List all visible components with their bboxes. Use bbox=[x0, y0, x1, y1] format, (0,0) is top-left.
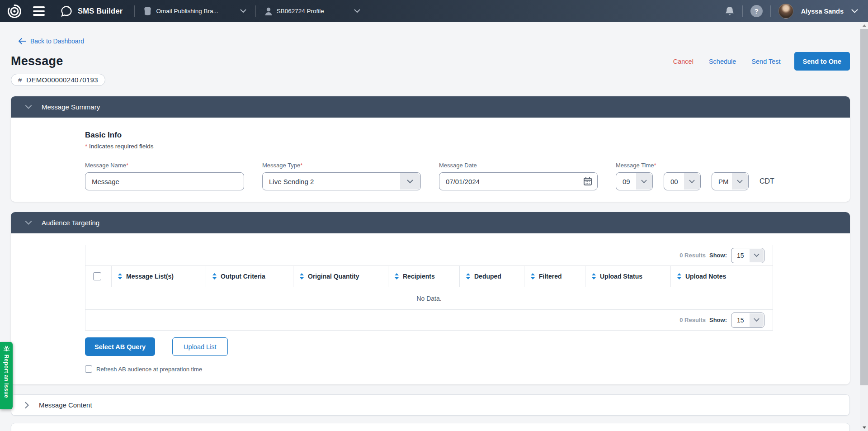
message-content-panel[interactable]: Message Content bbox=[11, 394, 850, 416]
calendar-icon[interactable] bbox=[583, 176, 592, 188]
chevron-down-icon bbox=[750, 313, 764, 327]
required-asterisk: * bbox=[85, 143, 87, 150]
message-date-input[interactable] bbox=[439, 172, 598, 190]
table-header-row: Message List(s) Output Criteria Original… bbox=[85, 265, 773, 287]
schedule-button[interactable]: Schedule bbox=[701, 58, 744, 65]
chevron-down-icon bbox=[750, 249, 764, 262]
sort-icon bbox=[591, 273, 596, 280]
message-type-field: Message Type* Live Sending 2 bbox=[262, 162, 421, 190]
page-size-select[interactable]: 15 bbox=[731, 313, 764, 328]
select-all-checkbox[interactable] bbox=[93, 272, 101, 280]
brand-selector-dropdown[interactable]: Omail Publishing Bra... bbox=[135, 6, 255, 16]
message-id-value: DEMO0000024070193 bbox=[26, 76, 98, 84]
column-header-empty bbox=[752, 266, 773, 287]
show-label: Show: bbox=[709, 317, 727, 323]
scroll-up-arrow[interactable] bbox=[860, 22, 868, 29]
minute-value: 00 bbox=[670, 178, 678, 185]
column-header-output-criteria[interactable]: Output Criteria bbox=[206, 266, 293, 287]
vertical-scrollbar bbox=[860, 22, 868, 431]
profile-selector-label: SB062724 Profile bbox=[277, 8, 324, 14]
refresh-ab-audience-row: Refresh AB audience at preparation time bbox=[85, 365, 832, 373]
required-note-text: Indicates required fields bbox=[89, 143, 154, 150]
notifications-bell-icon[interactable] bbox=[725, 6, 735, 17]
chevron-down-icon bbox=[684, 173, 700, 189]
meridiem-value: PM bbox=[718, 178, 729, 185]
help-icon[interactable]: ? bbox=[750, 5, 763, 17]
logo-glyph bbox=[6, 3, 23, 19]
next-panel-edge bbox=[11, 423, 850, 431]
timezone-label: CDT bbox=[760, 177, 774, 185]
message-summary-header[interactable]: Message Summary bbox=[11, 96, 850, 118]
page-title: Message bbox=[11, 54, 63, 68]
send-to-one-button[interactable]: Send to One bbox=[794, 52, 850, 71]
column-label: Deduped bbox=[474, 273, 501, 280]
user-menu-chevron-icon[interactable] bbox=[851, 7, 858, 15]
cancel-button[interactable]: Cancel bbox=[665, 58, 701, 65]
top-navbar: SMS Builder Omail Publishing Bra... SB06… bbox=[0, 0, 868, 22]
upload-list-button[interactable]: Upload List bbox=[172, 337, 228, 356]
chevron-down-icon bbox=[240, 8, 246, 14]
app-logo-icon[interactable] bbox=[6, 3, 23, 20]
scrollbar-thumb[interactable] bbox=[860, 29, 868, 385]
message-type-select[interactable]: Live Sending 2 bbox=[262, 172, 421, 190]
sort-icon bbox=[466, 273, 471, 280]
audience-targeting-header[interactable]: Audience Targeting bbox=[11, 212, 850, 233]
column-header-upload-status[interactable]: Upload Status bbox=[585, 266, 670, 287]
report-an-issue-label: Report an Issue bbox=[3, 355, 9, 398]
refresh-ab-audience-label[interactable]: Refresh AB audience at preparation time bbox=[96, 366, 202, 373]
select-all-cell bbox=[85, 266, 111, 287]
page-size-value: 15 bbox=[737, 317, 744, 324]
select-ab-query-button[interactable]: Select AB Query bbox=[85, 337, 155, 356]
hour-select[interactable]: 09 bbox=[616, 172, 653, 190]
chevron-down-icon bbox=[400, 173, 420, 189]
page-size-value: 15 bbox=[737, 252, 744, 259]
page-size-select[interactable]: 15 bbox=[731, 248, 764, 263]
profile-selector-dropdown[interactable]: SB062724 Profile bbox=[256, 7, 369, 15]
table-pager-bottom: 0 Results Show: 15 bbox=[85, 310, 773, 330]
scroll-down-arrow[interactable] bbox=[860, 424, 868, 431]
required-asterisk: * bbox=[126, 162, 128, 169]
header-actions: Cancel Schedule Send Test Send to One bbox=[665, 52, 850, 71]
chevron-down-icon bbox=[354, 8, 360, 14]
chat-bubble-icon bbox=[60, 5, 73, 18]
refresh-ab-audience-checkbox[interactable] bbox=[85, 365, 92, 373]
sort-icon bbox=[212, 273, 217, 280]
report-an-issue-tab[interactable]: Report an Issue bbox=[0, 342, 13, 409]
required-asterisk: * bbox=[654, 162, 656, 169]
column-label: Original Quantity bbox=[308, 273, 359, 280]
show-label: Show: bbox=[709, 252, 727, 259]
column-label: Filtered bbox=[539, 273, 562, 280]
message-name-input[interactable] bbox=[85, 172, 244, 190]
basic-info-heading: Basic Info bbox=[85, 131, 832, 140]
meridiem-select[interactable]: PM bbox=[712, 172, 749, 190]
column-label: Output Criteria bbox=[221, 273, 265, 280]
column-header-deduped[interactable]: Deduped bbox=[459, 266, 524, 287]
message-type-label: Message Type* bbox=[262, 162, 421, 169]
minute-select[interactable]: 00 bbox=[664, 172, 701, 190]
user-name[interactable]: Alyssa Sands bbox=[801, 8, 844, 15]
panel-title: Audience Targeting bbox=[42, 219, 99, 227]
brand-selector-label: Omail Publishing Bra... bbox=[156, 8, 218, 14]
arrow-left-icon bbox=[18, 38, 26, 44]
send-test-button[interactable]: Send Test bbox=[744, 58, 788, 65]
column-label: Upload Status bbox=[600, 273, 642, 280]
nav-divider bbox=[742, 5, 743, 17]
empty-table-message: No Data. bbox=[85, 287, 773, 310]
database-icon bbox=[144, 6, 151, 16]
sort-icon bbox=[530, 273, 535, 280]
person-icon bbox=[265, 7, 272, 15]
column-header-upload-notes[interactable]: Upload Notes bbox=[670, 266, 752, 287]
panel-title: Message Content bbox=[39, 401, 92, 409]
column-header-filtered[interactable]: Filtered bbox=[524, 266, 585, 287]
required-fields-note: * Indicates required fields bbox=[85, 143, 832, 150]
hamburger-menu-icon[interactable] bbox=[33, 6, 45, 16]
back-link-label: Back to Dashboard bbox=[30, 38, 84, 45]
results-count: 0 Results bbox=[679, 317, 706, 323]
column-header-original-quantity[interactable]: Original Quantity bbox=[293, 266, 388, 287]
back-to-dashboard-link[interactable]: Back to Dashboard bbox=[18, 38, 84, 45]
column-header-recipients[interactable]: Recipients bbox=[388, 266, 459, 287]
column-header-message-lists[interactable]: Message List(s) bbox=[111, 266, 206, 287]
user-avatar[interactable] bbox=[778, 4, 793, 19]
chevron-down-icon bbox=[636, 173, 652, 189]
sort-icon bbox=[677, 273, 682, 280]
